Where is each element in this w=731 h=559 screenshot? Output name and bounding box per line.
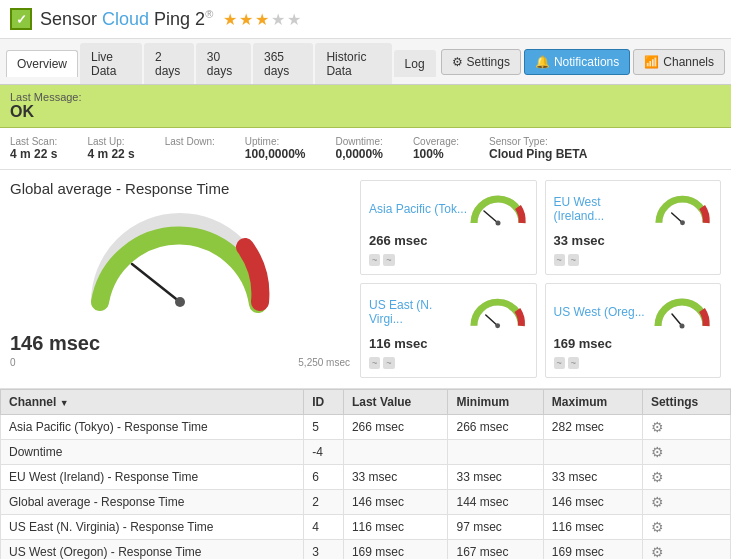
row4-id: 2	[304, 490, 344, 515]
svg-line-0	[132, 264, 180, 302]
row1-last: 266 msec	[343, 415, 448, 440]
gear-icon[interactable]: ⚙	[651, 544, 664, 559]
settings-label: Settings	[467, 55, 510, 69]
settings-button[interactable]: ⚙ Settings	[441, 49, 521, 75]
metric-last-down-label: Last Down:	[165, 136, 215, 147]
region-us-west-name: US West (Oreg...	[554, 305, 645, 319]
gear-icon[interactable]: ⚙	[651, 444, 664, 460]
col-minimum[interactable]: Minimum	[448, 390, 543, 415]
row5-min: 97 msec	[448, 515, 543, 540]
gauge-scale-max: 5,250 msec	[298, 357, 350, 368]
gauge-title: Global average - Response Time	[10, 180, 350, 197]
row6-min: 167 msec	[448, 540, 543, 560]
region-card-asia-pacific: Asia Pacific (Tok... 266 msec ~ ~	[360, 180, 537, 275]
table-row: Asia Pacific (Tokyo) - Response Time 5 2…	[1, 415, 731, 440]
tab-live-data[interactable]: Live Data	[80, 43, 142, 84]
row6-id: 3	[304, 540, 344, 560]
col-id[interactable]: ID	[304, 390, 344, 415]
svg-point-9	[680, 324, 685, 329]
region-asia-pacific-gauge	[468, 189, 528, 229]
gear-icon[interactable]: ⚙	[651, 519, 664, 535]
header: Sensor Cloud Ping 2® ★★★★★	[0, 0, 731, 39]
row1-min: 266 msec	[448, 415, 543, 440]
notifications-icon: 🔔	[535, 55, 550, 69]
table-row: EU West (Ireland) - Response Time 6 33 m…	[1, 465, 731, 490]
gear-icon[interactable]: ⚙	[651, 494, 664, 510]
region-us-east-value: 116 msec	[369, 336, 528, 351]
region-us-west-badge1: ~	[554, 357, 565, 369]
tab-overview[interactable]: Overview	[6, 50, 78, 77]
region-us-west-badge2: ~	[568, 357, 579, 369]
row3-max: 33 msec	[543, 465, 642, 490]
row4-last: 146 msec	[343, 490, 448, 515]
svg-point-7	[495, 323, 500, 328]
notifications-label: Notifications	[554, 55, 619, 69]
svg-point-5	[680, 220, 685, 225]
metric-last-scan-label: Last Scan:	[10, 136, 57, 147]
metric-uptime-value: 100,0000%	[245, 147, 306, 161]
tab-365days[interactable]: 365 days	[253, 43, 313, 84]
col-maximum[interactable]: Maximum	[543, 390, 642, 415]
region-asia-pacific-badge1: ~	[369, 254, 380, 266]
region-us-east-header: US East (N. Virgi...	[369, 292, 528, 332]
region-asia-pacific-value: 266 msec	[369, 233, 528, 248]
star-1: ★	[223, 11, 239, 28]
tab-30days[interactable]: 30 days	[196, 43, 251, 84]
metric-last-down: Last Down:	[165, 136, 215, 161]
region-eu-west-badge1: ~	[554, 254, 565, 266]
row1-id: 5	[304, 415, 344, 440]
status-value: OK	[10, 103, 721, 121]
region-us-west-gauge	[652, 292, 712, 332]
table-row: US East (N. Virginia) - Response Time 4 …	[1, 515, 731, 540]
metric-last-up-label: Last Up:	[87, 136, 134, 147]
channels-label: Channels	[663, 55, 714, 69]
tabs-bar: Overview Live Data 2 days 30 days 365 da…	[0, 39, 731, 85]
metric-sensor-type-label: Sensor Type:	[489, 136, 587, 147]
region-eu-west-gauge	[653, 189, 712, 229]
row2-max	[543, 440, 642, 465]
tab-2days[interactable]: 2 days	[144, 43, 194, 84]
metric-last-scan: Last Scan: 4 m 22 s	[10, 136, 57, 161]
status-label: Last Message:	[10, 91, 721, 103]
metric-last-up: Last Up: 4 m 22 s	[87, 136, 134, 161]
region-asia-pacific-badge2: ~	[383, 254, 394, 266]
row5-settings[interactable]: ⚙	[642, 515, 730, 540]
row3-settings[interactable]: ⚙	[642, 465, 730, 490]
row2-id: -4	[304, 440, 344, 465]
tab-log[interactable]: Log	[394, 50, 436, 77]
row4-settings[interactable]: ⚙	[642, 490, 730, 515]
row1-settings[interactable]: ⚙	[642, 415, 730, 440]
metric-downtime-value: 0,0000%	[336, 147, 383, 161]
row5-channel: US East (N. Virginia) - Response Time	[1, 515, 304, 540]
region-card-us-west: US West (Oreg... 169 msec ~ ~	[545, 283, 722, 378]
table-row: Global average - Response Time 2 146 mse…	[1, 490, 731, 515]
table-wrapper: Channel ▼ ID Last Value Minimum Maximum …	[0, 389, 731, 559]
main-content: Global average - Response Time 146 msec …	[0, 170, 731, 389]
tab-historic[interactable]: Historic Data	[315, 43, 391, 84]
gear-icon[interactable]: ⚙	[651, 419, 664, 435]
title-suffix: Ping 2	[149, 9, 205, 29]
region-eu-west-badge2: ~	[568, 254, 579, 266]
col-channel[interactable]: Channel ▼	[1, 390, 304, 415]
channels-button[interactable]: 📶 Channels	[633, 49, 725, 75]
gauge-value: 146 msec	[10, 332, 100, 355]
region-us-east-badge2: ~	[383, 357, 394, 369]
row2-settings[interactable]: ⚙	[642, 440, 730, 465]
gauge-svg	[80, 202, 280, 322]
svg-line-2	[484, 211, 498, 223]
metric-uptime-label: Uptime:	[245, 136, 306, 147]
region-eu-west-header: EU West (Ireland...	[554, 189, 713, 229]
table-row: Downtime -4 ⚙	[1, 440, 731, 465]
gear-icon[interactable]: ⚙	[651, 469, 664, 485]
col-last-value[interactable]: Last Value	[343, 390, 448, 415]
metric-last-up-value: 4 m 22 s	[87, 147, 134, 161]
row5-last: 116 msec	[343, 515, 448, 540]
row3-last: 33 msec	[343, 465, 448, 490]
sort-icon: ▼	[60, 398, 69, 408]
metric-coverage-label: Coverage:	[413, 136, 459, 147]
notifications-button[interactable]: 🔔 Notifications	[524, 49, 630, 75]
col-settings[interactable]: Settings	[642, 390, 730, 415]
row6-settings[interactable]: ⚙	[642, 540, 730, 560]
metrics-row: Last Scan: 4 m 22 s Last Up: 4 m 22 s La…	[0, 128, 731, 170]
gauge-scale: 0 5,250 msec	[10, 357, 350, 368]
